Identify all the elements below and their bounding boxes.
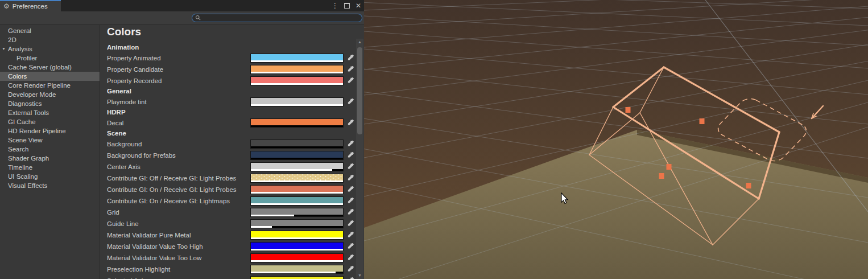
color-row-material-validator-value-too-low: Material Validator Value Too Low	[100, 252, 356, 264]
color-label: Material Validator Value Too Low	[107, 252, 201, 264]
color-label: Center Axis	[107, 161, 140, 173]
color-swatch[interactable]	[250, 185, 344, 194]
alpha-bar	[251, 104, 343, 106]
color-swatch[interactable]	[250, 118, 344, 128]
sidebar-item-general[interactable]: General	[0, 26, 100, 35]
alpha-bar	[251, 72, 343, 73]
color-swatch[interactable]	[250, 174, 344, 183]
maximize-icon[interactable]	[344, 3, 350, 9]
menu-dots-icon[interactable]: ⋮	[332, 2, 338, 9]
eyedropper-icon[interactable]	[346, 265, 355, 273]
sidebar-item-shader-graph[interactable]: Shader Graph	[0, 154, 100, 163]
color-swatch[interactable]	[250, 54, 344, 63]
color-rows-list: AnimationProperty AnimatedProperty Candi…	[100, 43, 356, 279]
color-swatch[interactable]	[250, 219, 344, 228]
color-swatch[interactable]	[250, 208, 344, 217]
sidebar-item-scene-view[interactable]: Scene View	[0, 136, 100, 145]
color-label: Contribute GI: On / Receive GI: Light Pr…	[107, 184, 237, 195]
sidebar-item-analysis[interactable]: ▼Analysis	[0, 44, 100, 54]
eyedropper-icon[interactable]	[346, 231, 355, 239]
color-row-selected-axis: Selected Axis	[100, 275, 356, 279]
eyedropper-icon[interactable]	[346, 97, 355, 106]
section-header-general: General	[100, 87, 356, 96]
color-label: Background for Prefabs	[107, 150, 176, 161]
color-swatch[interactable]	[250, 231, 344, 240]
sidebar-item-ui-scaling[interactable]: UI Scaling	[0, 172, 100, 181]
color-label: Material Validator Pure Metal	[107, 229, 191, 241]
eyedropper-icon[interactable]	[346, 208, 355, 216]
sidebar-item-external-tools[interactable]: External Tools	[0, 108, 100, 117]
eyedropper-icon[interactable]	[346, 276, 355, 279]
page-title: Colors	[107, 26, 141, 38]
eyedropper-icon[interactable]	[346, 185, 355, 194]
scroll-up-icon[interactable]: ▲	[356, 39, 363, 46]
unity-scene-viewport[interactable]	[364, 0, 868, 279]
sidebar-item-label: Colors	[8, 73, 27, 80]
eyedropper-icon[interactable]	[346, 54, 355, 62]
color-swatch[interactable]	[250, 242, 344, 251]
sidebar-item-label: Cache Server (global)	[8, 64, 72, 71]
sidebar-item-label: Shader Graph	[8, 155, 49, 162]
color-swatch[interactable]	[250, 276, 344, 279]
color-swatch[interactable]	[250, 97, 344, 106]
color-swatch[interactable]	[250, 151, 344, 160]
toolbar	[0, 11, 364, 25]
sidebar-item-hd-render-pipeline[interactable]: HD Render Pipeline	[0, 126, 100, 136]
window-tab-preferences[interactable]: ⚙ Preferences	[0, 0, 61, 11]
sidebar-item-profiler[interactable]: Profiler	[0, 54, 100, 63]
preferences-window: ⚙ Preferences ⋮ ✕ General2D▼AnalysisProf…	[0, 0, 364, 279]
color-swatch[interactable]	[250, 253, 344, 262]
scrollbar-thumb[interactable]	[357, 47, 362, 134]
scroll-down-icon[interactable]: ▼	[356, 272, 363, 279]
sidebar-item-label: GI Cache	[8, 118, 36, 125]
color-swatch[interactable]	[250, 162, 344, 171]
eyedropper-icon[interactable]	[346, 162, 355, 171]
sidebar-item-colors[interactable]: Colors	[0, 72, 100, 81]
color-swatch[interactable]	[250, 265, 344, 274]
scene-view-canvas[interactable]	[364, 0, 868, 279]
color-label: Property Candidate	[107, 64, 163, 75]
scrollbar[interactable]: ▲ ▼	[356, 39, 363, 279]
sidebar-item-visual-effects[interactable]: Visual Effects	[0, 181, 100, 190]
eyedropper-icon[interactable]	[346, 253, 355, 262]
eyedropper-icon[interactable]	[346, 76, 355, 85]
color-label: Property Recorded	[107, 75, 162, 87]
eyedropper-icon[interactable]	[346, 174, 355, 182]
colors-panel: Colors AnimationProperty AnimatedPropert…	[100, 25, 364, 279]
sidebar-item-diagnostics[interactable]: Diagnostics	[0, 99, 100, 108]
color-swatch[interactable]	[250, 196, 344, 206]
sidebar-item-cache-server-global[interactable]: Cache Server (global)	[0, 63, 100, 72]
color-row-property-recorded: Property Recorded	[100, 75, 356, 87]
close-icon[interactable]: ✕	[356, 2, 361, 9]
search-box[interactable]	[192, 14, 362, 22]
sidebar-item-developer-mode[interactable]: Developer Mode	[0, 90, 100, 99]
color-swatch[interactable]	[250, 76, 344, 85]
eyedropper-icon[interactable]	[346, 219, 355, 228]
alpha-bar	[251, 192, 343, 194]
color-label: Contribute GI: Off / Receive GI: Light P…	[107, 173, 236, 184]
sidebar-item-2d[interactable]: 2D	[0, 35, 100, 44]
search-input[interactable]	[201, 15, 362, 22]
color-row-playmode-tint: Playmode tint	[100, 96, 356, 108]
color-label: Background	[107, 138, 142, 150]
sidebar-item-label: Developer Mode	[8, 91, 56, 98]
color-swatch[interactable]	[250, 65, 344, 74]
sidebar-item-label: Search	[8, 146, 28, 153]
color-label: Material Validator Value Too High	[107, 241, 203, 252]
sidebar-item-search[interactable]: Search	[0, 145, 100, 154]
eyedropper-icon[interactable]	[346, 118, 355, 127]
eyedropper-icon[interactable]	[346, 196, 355, 205]
color-label: Grid	[107, 207, 119, 218]
sidebar-item-core-render-pipeline[interactable]: Core Render Pipeline	[0, 81, 100, 90]
sidebar-item-label: Diagnostics	[8, 100, 42, 107]
eyedropper-icon[interactable]	[346, 151, 355, 159]
sidebar-item-timeline[interactable]: Timeline	[0, 163, 100, 172]
eyedropper-icon[interactable]	[346, 65, 355, 73]
eyedropper-icon[interactable]	[346, 242, 355, 251]
color-row-preselection-highlight: Preselection Highlight	[100, 264, 356, 275]
eyedropper-icon[interactable]	[346, 140, 355, 148]
foldout-triangle-icon[interactable]: ▼	[2, 47, 6, 51]
sidebar-item-gi-cache[interactable]: GI Cache	[0, 117, 100, 126]
alpha-bar	[251, 260, 343, 262]
color-swatch[interactable]	[250, 140, 344, 149]
